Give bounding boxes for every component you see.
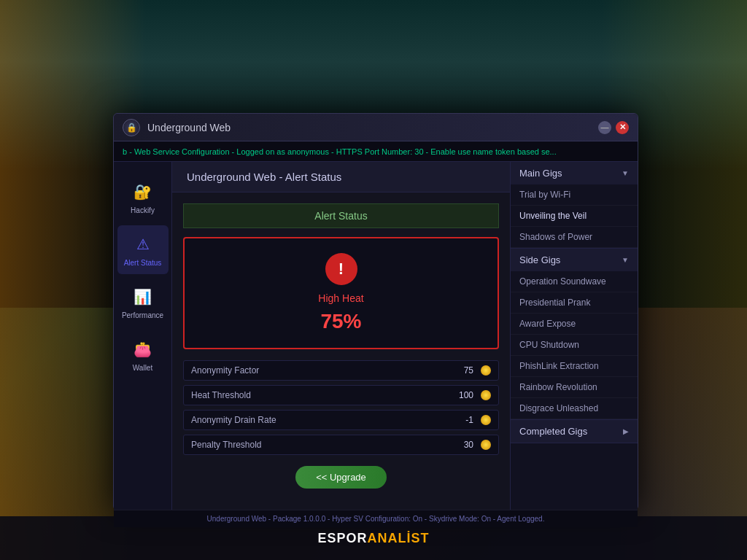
alert-percentage: 75% <box>199 310 483 333</box>
sidebar-item-performance[interactable]: 📊 Performance <box>117 278 169 327</box>
stat-dot <box>481 390 491 400</box>
completed-gigs-section: Completed Gigs ▶ <box>511 420 638 443</box>
sidebar-label-hackify: Hackify <box>131 206 155 214</box>
gigs-panel: Main Gigs ▼ Trial by Wi-Fi Unveiling the… <box>510 162 638 510</box>
sidebar-item-wallet[interactable]: 👛 Wallet <box>117 330 169 379</box>
gig-presidential-prank[interactable]: Presidential Prank <box>511 292 638 314</box>
side-gigs-section: Side Gigs ▼ Operation Soundwave Presiden… <box>511 249 638 420</box>
sidebar-item-alert-status[interactable]: ⚠ Alert Status <box>117 225 169 274</box>
main-gigs-section: Main Gigs ▼ Trial by Wi-Fi Unveiling the… <box>511 162 638 249</box>
stats-table: Anonymity Factor 75 Heat Threshold 100 A… <box>183 360 499 455</box>
gig-operation-soundwave[interactable]: Operation Soundwave <box>511 271 638 292</box>
side-gigs-label: Side Gigs <box>519 254 560 265</box>
brand-part2: ANALİST <box>368 531 430 545</box>
sidebar-label-performance: Performance <box>122 311 163 319</box>
completed-gigs-header[interactable]: Completed Gigs ▶ <box>511 420 638 443</box>
stat-value: -1 <box>444 415 473 425</box>
close-button[interactable]: ✕ <box>616 121 629 134</box>
gig-rainbow-revolution[interactable]: Rainbow Revolution <box>511 377 638 398</box>
stat-label: Anonymity Drain Rate <box>191 415 437 425</box>
alert-box: ! High Heat 75% <box>183 237 499 349</box>
brand-part1: ESPOR <box>317 531 367 545</box>
content-area: 🔐 Hackify ⚠ Alert Status 📊 Performance 👛… <box>114 162 638 510</box>
window-icon: 🔒 <box>123 119 140 136</box>
wallet-icon: 👛 <box>131 338 155 361</box>
main-gigs-header[interactable]: Main Gigs ▼ <box>511 162 638 184</box>
sidebar: 🔐 Hackify ⚠ Alert Status 📊 Performance 👛… <box>114 162 172 510</box>
upgrade-button[interactable]: << Upgrade <box>295 466 387 489</box>
stat-dot <box>481 365 491 376</box>
gig-disgrace-unleashed[interactable]: Disgrace Unleashed <box>511 398 638 419</box>
ticker-text: b - Web Service Configuration - Logged o… <box>123 147 557 156</box>
main-gigs-label: Main Gigs <box>519 168 562 179</box>
brand-text: ESPORANALİST <box>317 531 429 546</box>
stat-row: Heat Threshold 100 <box>183 385 499 405</box>
stat-row: Anonymity Factor 75 <box>183 360 499 381</box>
panel-title: Underground Web - Alert Status <box>172 162 510 192</box>
stat-label: Heat Threshold <box>191 390 437 400</box>
gig-shadows-power[interactable]: Shadows of Power <box>511 227 638 248</box>
window-title: Underground Web <box>147 122 231 133</box>
gig-unveiling-veil[interactable]: Unveiling the Veil <box>511 206 638 227</box>
side-gigs-header[interactable]: Side Gigs ▼ <box>511 249 638 271</box>
main-window: 🔒 Underground Web — ✕ b - Web Service Co… <box>113 113 638 510</box>
alert-icon-circle: ! <box>325 253 357 285</box>
stat-row: Penalty Threshold 30 <box>183 435 499 455</box>
stat-label: Anonymity Factor <box>191 365 437 376</box>
sidebar-label-alert-status: Alert Status <box>124 259 162 267</box>
main-panel: Underground Web - Alert Status Alert Sta… <box>172 162 510 510</box>
gig-trial-wifi[interactable]: Trial by Wi-Fi <box>511 184 638 206</box>
title-bar: 🔒 Underground Web — ✕ <box>114 114 638 141</box>
stat-dot <box>481 440 491 450</box>
window-icon-glyph: 🔒 <box>126 122 137 133</box>
alert-section: Alert Status ! High Heat 75% Anonymity F… <box>172 192 510 510</box>
gig-phishlink-extraction[interactable]: PhishLink Extraction <box>511 356 638 377</box>
sidebar-label-wallet: Wallet <box>133 364 152 372</box>
alert-status-icon: ⚠ <box>131 233 155 256</box>
stat-label: Penalty Threshold <box>191 440 437 450</box>
completed-gigs-arrow: ▶ <box>623 427 629 435</box>
title-bar-controls: — ✕ <box>598 121 629 134</box>
alert-header: Alert Status <box>183 203 499 228</box>
stat-dot <box>481 415 491 425</box>
alert-status-text: High Heat <box>199 292 483 304</box>
performance-icon: 📊 <box>131 285 155 308</box>
hackify-icon: 🔐 <box>131 180 155 203</box>
gig-award-expose[interactable]: Award Expose <box>511 314 638 335</box>
stat-row: Anonymity Drain Rate -1 <box>183 410 499 430</box>
stat-value: 100 <box>444 390 473 400</box>
main-gigs-arrow: ▼ <box>622 169 629 177</box>
sidebar-item-hackify[interactable]: 🔐 Hackify <box>117 173 169 222</box>
minimize-button[interactable]: — <box>598 121 611 134</box>
side-gigs-arrow: ▼ <box>622 256 629 264</box>
completed-gigs-label: Completed Gigs <box>519 426 587 437</box>
alert-icon-glyph: ! <box>338 260 344 279</box>
gig-cpu-shutdown[interactable]: CPU Shutdown <box>511 335 638 356</box>
stat-value: 75 <box>444 365 473 376</box>
title-bar-left: 🔒 Underground Web <box>123 119 231 136</box>
stat-value: 30 <box>444 440 473 450</box>
status-ticker: b - Web Service Configuration - Logged o… <box>114 141 638 162</box>
footer: Underground Web - Package 1.0.0.0 - Hype… <box>114 510 638 527</box>
